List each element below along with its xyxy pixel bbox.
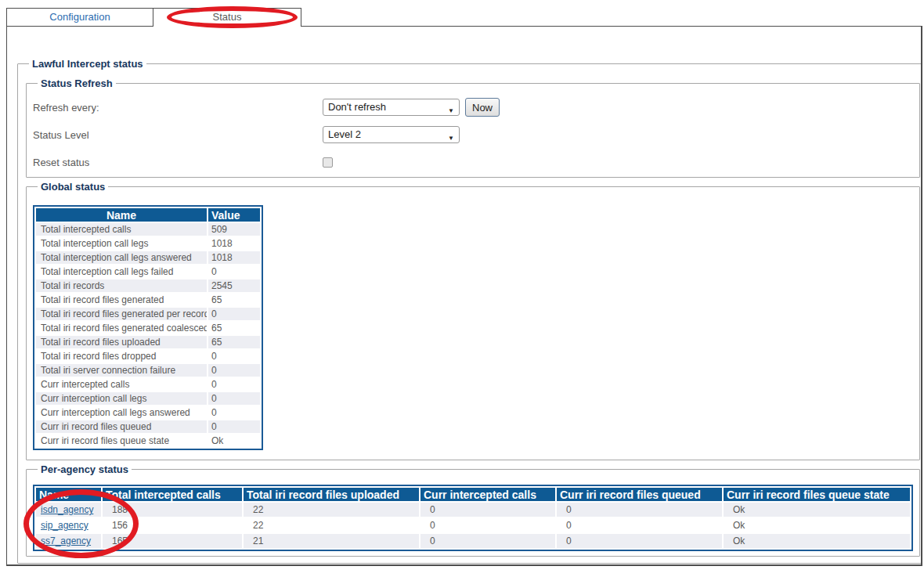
table-row: Total intercepted calls509 (36, 223, 260, 236)
stat-name: Total iri record files generated per rec… (36, 308, 207, 320)
refresh-every-select[interactable]: Don't refresh ▼ (323, 99, 460, 116)
stat-name: Curr iri record files queued (36, 420, 207, 433)
refresh-every-row: Refresh every: Don't refresh ▼ Now (33, 99, 919, 116)
refresh-every-label: Refresh every: (33, 102, 323, 114)
stat-value: 0 (208, 265, 260, 278)
agency-name-cell: ss7_agency (36, 534, 101, 548)
global-status-fieldset: Global status Name Value Total intercept… (26, 181, 920, 460)
column-header-value: Value (208, 208, 260, 222)
table-row: Total iri record files generated65 (36, 294, 260, 306)
chevron-down-icon: ▼ (448, 131, 454, 146)
stat-name: Total iri record files dropped (36, 350, 207, 362)
table-row: Total iri record files uploaded65 (36, 336, 260, 348)
stat-name: Curr interception call legs (36, 392, 207, 405)
status-level-select[interactable]: Level 2 ▼ (323, 126, 460, 143)
stat-name: Curr iri record files queue state (36, 435, 207, 447)
stat-value: 65 (208, 294, 260, 306)
table-row: Total iri record files generated per rec… (36, 308, 260, 320)
column-header: Curr iri record files queue state (724, 488, 910, 501)
stat-name: Total iri record files uploaded (36, 336, 207, 348)
table-row: Curr intercepted calls0 (36, 378, 260, 391)
table-row: Curr iri record files queue stateOk (36, 435, 260, 447)
table-row: Total iri records2545 (36, 279, 260, 292)
stat-name: Total iri server connection failure (36, 364, 207, 377)
column-header-name: Name (36, 208, 207, 222)
stat-name: Curr interception call legs answered (36, 406, 207, 419)
stat-value: 0 (208, 378, 260, 391)
agency-link[interactable]: isdn_agency (41, 504, 93, 515)
stat-value: 188 (103, 503, 242, 517)
table-row: sip_agency1562200Ok (36, 518, 910, 532)
column-header: Curr intercepted calls (420, 488, 555, 501)
stat-value: 0 (557, 534, 722, 548)
column-header: Name (36, 488, 101, 501)
stat-value: Ok (724, 534, 910, 548)
stat-value: 22 (244, 503, 419, 517)
agency-name-cell: isdn_agency (36, 503, 101, 517)
stat-value: 0 (420, 518, 555, 532)
stat-value: 0 (208, 406, 260, 419)
stat-value: 65 (208, 336, 260, 348)
table-row: Total iri server connection failure0 (36, 364, 260, 377)
stat-value: 0 (208, 350, 260, 362)
stat-value: 0 (557, 518, 722, 532)
refresh-every-selected-value: Don't refresh (328, 101, 386, 113)
stat-value: 0 (557, 503, 722, 517)
global-status-legend: Global status (38, 181, 108, 193)
stat-value: 21 (244, 534, 419, 548)
agency-link[interactable]: sip_agency (41, 520, 88, 531)
reset-status-label: Reset status (33, 157, 323, 168)
stat-value: 65 (208, 322, 260, 334)
stat-value: Ok (724, 503, 910, 517)
tab-configuration[interactable]: Configuration (6, 8, 153, 27)
stat-name: Total intercepted calls (36, 223, 207, 236)
table-row: ss7_agency1652100Ok (36, 534, 910, 548)
status-level-label: Status Level (33, 129, 323, 141)
stat-name: Total interception call legs (36, 237, 207, 250)
global-status-table-body: Total intercepted calls509Total intercep… (36, 223, 260, 447)
stat-value: Ok (208, 435, 260, 447)
agency-name-cell: sip_agency (36, 518, 101, 532)
stat-value: 509 (208, 223, 260, 236)
status-level-selected-value: Level 2 (328, 128, 361, 140)
table-row: Total iri record files generated coalesc… (36, 322, 260, 334)
table-row: Total interception call legs answered101… (36, 251, 260, 264)
stat-name: Total interception call legs failed (36, 265, 207, 278)
per-agency-status-legend: Per-agency status (38, 463, 132, 475)
agency-link[interactable]: ss7_agency (41, 536, 91, 546)
per-agency-table-body: isdn_agency1882200Oksip_agency1562200Oks… (36, 503, 910, 548)
stat-name: Total iri record files generated (36, 294, 207, 306)
table-row: Curr iri record files queued0 (36, 420, 260, 433)
table-row: Total iri record files dropped0 (36, 350, 260, 362)
stat-value: Ok (724, 518, 910, 532)
lawful-intercept-status-legend: Lawful Intercept status (29, 58, 146, 70)
lawful-intercept-status-fieldset: Lawful Intercept status Status Refresh R… (17, 58, 922, 564)
stat-value: 0 (420, 534, 555, 548)
stat-name: Total iri record files generated coalesc… (36, 322, 207, 334)
stat-value: 0 (208, 364, 260, 377)
reset-status-checkbox[interactable] (323, 157, 333, 168)
per-agency-status-fieldset: Per-agency status NameTotal intercepted … (26, 463, 920, 557)
stat-value: 1018 (208, 237, 260, 250)
now-button[interactable]: Now (465, 98, 500, 117)
status-level-row: Status Level Level 2 ▼ (33, 126, 919, 143)
column-header: Curr iri record files queued (557, 488, 722, 501)
tab-status[interactable]: Status (153, 8, 301, 27)
global-status-header-row: Name Value (36, 208, 260, 222)
table-row: Curr interception call legs answered0 (36, 406, 260, 419)
stat-value: 156 (103, 518, 242, 532)
stat-value: 22 (244, 518, 419, 532)
reset-status-row: Reset status (33, 153, 919, 171)
stat-value: 0 (420, 503, 555, 517)
table-row: Total interception call legs1018 (36, 237, 260, 250)
stat-value: 165 (103, 534, 242, 548)
stat-value: 0 (208, 392, 260, 405)
stat-name: Curr intercepted calls (36, 378, 207, 391)
per-agency-header-row: NameTotal intercepted callsTotal iri rec… (36, 488, 910, 501)
table-row: isdn_agency1882200Ok (36, 503, 910, 517)
column-header: Total intercepted calls (103, 488, 242, 501)
stat-value: 2545 (208, 279, 260, 292)
stat-value: 1018 (208, 251, 260, 264)
table-row: Curr interception call legs0 (36, 392, 260, 405)
global-status-table: Name Value Total intercepted calls509Tot… (33, 205, 263, 450)
